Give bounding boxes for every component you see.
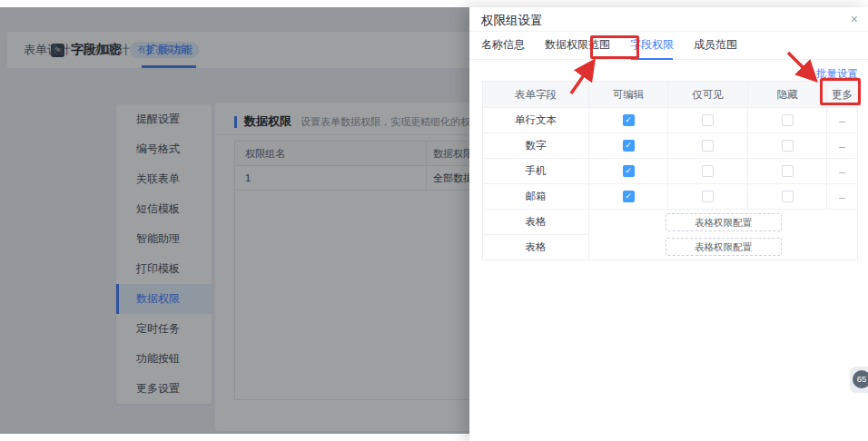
tab-field-permission[interactable]: 字段权限 <box>630 32 674 60</box>
more-dash[interactable]: – <box>826 159 857 183</box>
field-name: 单行文本 <box>483 108 588 132</box>
more-dash[interactable]: – <box>826 133 857 158</box>
table-permission-config-button[interactable]: 表格权限配置 <box>666 238 782 256</box>
hidden-checkbox[interactable] <box>782 191 794 202</box>
field-name: 数字 <box>483 133 588 158</box>
hidden-checkbox[interactable] <box>782 165 794 177</box>
view-only-checkbox[interactable] <box>702 191 714 202</box>
col-header-hidden: 隐藏 <box>747 82 826 107</box>
permission-group-drawer: 权限组设置 × 名称信息 数据权限范围 字段权限 成员范围 批量设置 表单字段 … <box>469 7 868 441</box>
field-name: 手机 <box>483 159 588 183</box>
tab-name-info[interactable]: 名称信息 <box>481 32 525 60</box>
table-row: 单行文本 – <box>483 107 857 132</box>
table-row: 手机 – <box>483 158 857 183</box>
table-row: 数字 – <box>483 132 857 158</box>
col-header-editable: 可编辑 <box>588 82 667 107</box>
view-only-checkbox[interactable] <box>702 165 714 177</box>
editable-checkbox[interactable] <box>623 140 635 152</box>
badge-count: 65 <box>853 370 868 388</box>
table-permission-config-button[interactable]: 表格权限配置 <box>666 213 782 231</box>
drawer-title: 权限组设置 <box>481 13 543 29</box>
editable-checkbox[interactable] <box>623 165 635 177</box>
floating-helper-badge[interactable]: 65 <box>850 367 868 393</box>
close-icon[interactable]: × <box>851 11 858 27</box>
field-name: 邮箱 <box>483 184 588 209</box>
tab-member-scope[interactable]: 成员范围 <box>694 32 737 60</box>
batch-set-link[interactable]: 批量设置 <box>816 67 858 81</box>
hidden-checkbox[interactable] <box>782 140 794 152</box>
col-header-view-only: 仅可见 <box>667 82 747 107</box>
col-header-field: 表单字段 <box>483 82 588 107</box>
table-row: 表格 表格权限配置 <box>483 234 857 260</box>
hidden-checkbox[interactable] <box>782 114 794 126</box>
drawer-tab-bar: 名称信息 数据权限范围 字段权限 成员范围 <box>469 32 868 60</box>
more-dash[interactable]: – <box>826 108 857 132</box>
more-dash[interactable]: – <box>826 184 857 209</box>
table-header-row: 表单字段 可编辑 仅可见 隐藏 更多 <box>483 82 857 107</box>
editable-checkbox[interactable] <box>623 114 635 126</box>
col-header-more: 更多 <box>826 82 857 107</box>
screenshot-stage: ✎ 字段加密 有更改未发布 表单设计 流程设计 扩展功能 提醒设置 编号格式 关… <box>0 0 868 441</box>
view-only-checkbox[interactable] <box>702 114 714 126</box>
table-row: 邮箱 – <box>483 183 857 209</box>
editable-checkbox[interactable] <box>623 191 635 202</box>
field-name: 表格 <box>483 210 588 234</box>
field-permission-table: 表单字段 可编辑 仅可见 隐藏 更多 单行文本 – 数字 – <box>482 81 858 260</box>
table-row: 表格 表格权限配置 <box>483 209 857 234</box>
view-only-checkbox[interactable] <box>702 140 714 152</box>
tab-data-permission-scope[interactable]: 数据权限范围 <box>545 32 610 60</box>
field-name: 表格 <box>483 234 588 260</box>
modal-overlay-mask[interactable] <box>0 7 469 434</box>
